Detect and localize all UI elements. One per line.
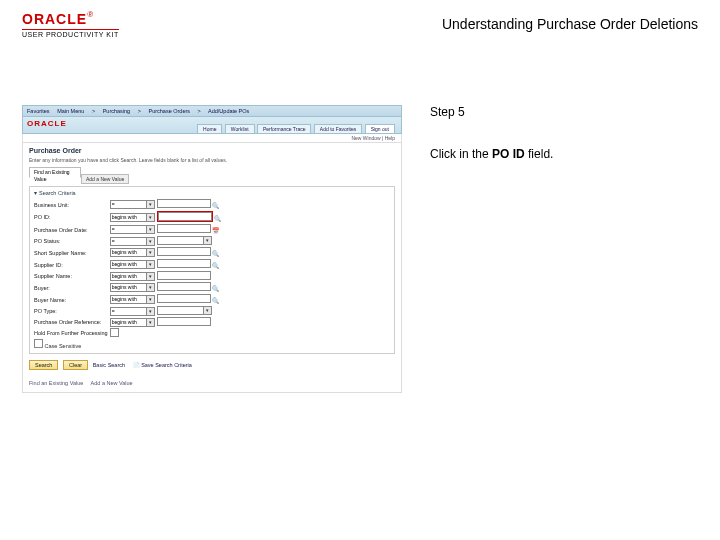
crumb-item[interactable]: Favorites [27, 108, 50, 114]
tab-add-new[interactable]: Add a New Value [81, 174, 129, 184]
oracle-bar: ORACLE Home Worklist Performance Trace A… [22, 117, 402, 134]
label-supname: Supplier Name: [34, 271, 110, 282]
chevron-down-icon: ▾ [146, 226, 154, 233]
step-text-post: field. [525, 147, 554, 161]
label-buyer: Buyer: [34, 282, 110, 294]
chevron-down-icon: ▾ [203, 307, 211, 314]
chevron-down-icon: ▾ [146, 261, 154, 268]
button-row: Search Clear Basic Search 📄 Save Search … [29, 360, 395, 370]
op-buyer[interactable]: begins with▾ [110, 283, 155, 292]
input-supname[interactable] [157, 271, 211, 280]
op-postat[interactable]: =▾ [110, 237, 155, 246]
step-text-bold: PO ID [492, 147, 525, 161]
logo-reg: ® [87, 10, 93, 19]
foot-find-existing[interactable]: Find an Existing Value [29, 380, 83, 386]
content-area: Purchase Order Enter any information you… [22, 143, 402, 393]
criteria-form: Business Unit: =▾ 🔍 PO ID: begins with▾ … [34, 199, 222, 350]
op-podate[interactable]: =▾ [110, 225, 155, 234]
step-text-pre: Click in the [430, 147, 492, 161]
search-mode-tabs: Find an Existing ValueAdd a New Value [29, 167, 395, 184]
global-links: Home Worklist Performance Trace Add to F… [196, 124, 395, 133]
label-bu: Business Unit: [34, 199, 110, 211]
input-shortsup[interactable] [157, 247, 211, 256]
label-postat: PO Status: [34, 236, 110, 247]
op-potype[interactable]: =▾ [110, 307, 155, 316]
app-screenshot: Favorites Main Menu > Purchasing > Purch… [22, 105, 402, 375]
basic-search-link[interactable]: Basic Search [93, 362, 125, 368]
chevron-down-icon: ▾ [146, 296, 154, 303]
chevron-down-icon: ▾ [146, 238, 154, 245]
op-ref[interactable]: begins with▾ [110, 318, 155, 327]
step-label: Step 5 [430, 105, 690, 119]
lookup-icon[interactable]: 🔍 [212, 203, 218, 210]
chevron-down-icon: ▾ [146, 284, 154, 291]
panel-header: ▾Search Criteria [34, 190, 390, 196]
crumb-item[interactable]: Purchasing [103, 108, 131, 114]
breadcrumb: Favorites Main Menu > Purchasing > Purch… [22, 105, 402, 117]
panel-header-text: Search Criteria [39, 190, 76, 196]
op-bu[interactable]: =▾ [110, 200, 155, 209]
instruction-panel: Step 5 Click in the PO ID field. [430, 105, 690, 161]
crumb-item[interactable]: Main Menu [57, 108, 84, 114]
component-desc: Enter any information you have and click… [29, 157, 395, 163]
crumb-item[interactable]: Add/Update POs [208, 108, 249, 114]
tab-find-existing[interactable]: Find an Existing Value [29, 167, 81, 178]
link-signout[interactable]: Sign out [365, 124, 395, 133]
chevron-down-icon: ▾ [146, 201, 154, 208]
input-ref[interactable] [157, 317, 211, 326]
op-shortsup[interactable]: begins with▾ [110, 248, 155, 257]
label-buyername: Buyer Name: [34, 294, 110, 306]
footer-links: Find an Existing Value Add a New Value [29, 380, 395, 386]
collapse-icon[interactable]: ▾ [34, 190, 37, 196]
chevron-down-icon: ▾ [203, 237, 211, 244]
save-search-link[interactable]: 📄 Save Search Criteria [133, 362, 192, 368]
page-header: ORACLE® USER PRODUCTIVITY KIT Understand… [22, 10, 698, 48]
lookup-icon[interactable]: 🔍 [212, 263, 218, 270]
link-perf-trace[interactable]: Performance Trace [257, 124, 312, 133]
step-text: Click in the PO ID field. [430, 147, 690, 161]
logo-text: ORACLE [22, 11, 87, 27]
chevron-down-icon: ▾ [146, 319, 154, 326]
foot-add-new[interactable]: Add a New Value [91, 380, 133, 386]
label-cs: Case Sensitive [45, 343, 82, 349]
lookup-icon[interactable]: 🔍 [212, 286, 218, 293]
label-podate: Purchase Order Date: [34, 224, 110, 236]
oracle-logo-small: ORACLE [27, 119, 67, 128]
chevron-down-icon: ▾ [146, 249, 154, 256]
lookup-icon[interactable]: 🔍 [214, 216, 220, 223]
input-potype[interactable]: ▾ [157, 306, 212, 315]
chevron-down-icon: ▾ [146, 214, 154, 221]
input-postat[interactable]: ▾ [157, 236, 212, 245]
link-add-fav[interactable]: Add to Favorites [314, 124, 362, 133]
label-supid: Supplier ID: [34, 259, 110, 271]
op-poid[interactable]: begins with▾ [110, 213, 155, 222]
lookup-icon[interactable]: 🔍 [212, 298, 218, 305]
input-podate[interactable] [157, 224, 211, 233]
label-poid: PO ID: [34, 211, 110, 224]
checkbox-hold[interactable] [110, 328, 119, 337]
search-button[interactable]: Search [29, 360, 58, 370]
chevron-down-icon: ▾ [146, 308, 154, 315]
logo-subtitle: USER PRODUCTIVITY KIT [22, 29, 119, 38]
crumb-item[interactable]: Purchase Orders [148, 108, 190, 114]
input-buyername[interactable] [157, 294, 211, 303]
input-bu[interactable] [157, 199, 211, 208]
poid-highlight [157, 211, 213, 222]
link-home[interactable]: Home [197, 124, 222, 133]
lookup-icon[interactable]: 🔍 [212, 251, 218, 258]
op-supname[interactable]: begins with▾ [110, 272, 155, 281]
input-poid[interactable] [158, 212, 212, 221]
label-shortsup: Short Supplier Name: [34, 247, 110, 259]
checkbox-case-sensitive[interactable] [34, 339, 43, 348]
label-ref: Purchase Order Reference: [34, 317, 110, 328]
page-title: Understanding Purchase Order Deletions [442, 16, 698, 32]
input-supid[interactable] [157, 259, 211, 268]
clear-button[interactable]: Clear [63, 360, 88, 370]
op-buyername[interactable]: begins with▾ [110, 295, 155, 304]
label-potype: PO Type: [34, 306, 110, 317]
calendar-icon[interactable]: 📅 [212, 228, 218, 235]
input-buyer[interactable] [157, 282, 211, 291]
label-hold: Hold From Further Processing [34, 328, 110, 339]
link-worklist[interactable]: Worklist [225, 124, 255, 133]
op-supid[interactable]: begins with▾ [110, 260, 155, 269]
